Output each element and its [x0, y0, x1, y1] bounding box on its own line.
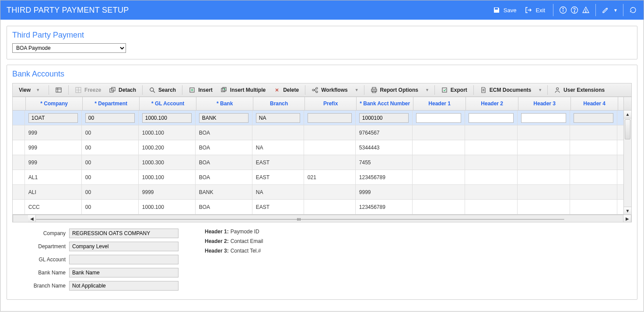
cell-h4[interactable]	[570, 185, 617, 199]
col-h4-header[interactable]: Header 4	[571, 97, 618, 110]
cell-prefix[interactable]	[304, 185, 356, 199]
cell-bank[interactable]: BANK	[196, 185, 252, 199]
row-selector[interactable]	[13, 111, 25, 125]
freeze-button[interactable]: Freeze	[71, 85, 105, 95]
cell-department[interactable]: 00	[82, 200, 139, 214]
cell-company[interactable]: 999	[25, 140, 82, 155]
cell-h2[interactable]	[465, 185, 518, 199]
scroll-thumb[interactable]	[625, 119, 630, 139]
exit-button[interactable]: Exit	[522, 4, 548, 16]
alert-icon[interactable]	[581, 6, 590, 14]
delete-button[interactable]: Delete	[270, 85, 302, 95]
col-prefix-header[interactable]: Prefix	[305, 97, 357, 110]
info-icon[interactable]	[559, 6, 567, 14]
cell-input-h4[interactable]	[574, 113, 613, 123]
report-options-button[interactable]: Report Options	[367, 85, 422, 95]
cell-h4[interactable]	[570, 125, 617, 140]
cell-input-branch[interactable]	[256, 113, 300, 123]
cell-gl[interactable]: 1000.100	[139, 125, 196, 140]
cell-input-prefix[interactable]	[308, 113, 352, 123]
cell-department[interactable]: 00	[82, 155, 139, 170]
col-gl-header[interactable]: * GL Account	[140, 97, 196, 110]
cell-h2[interactable]	[465, 155, 518, 170]
cell-company[interactable]: 999	[25, 155, 82, 170]
col-h1-header[interactable]: Header 1	[413, 97, 466, 110]
scroll-down-arrow[interactable]: ▼	[624, 207, 631, 215]
scroll-right-arrow[interactable]: ▶	[623, 215, 631, 222]
scroll-up-arrow[interactable]: ▲	[624, 111, 631, 118]
row-selector[interactable]	[13, 125, 25, 140]
vertical-scrollbar[interactable]: ▲ ▼	[623, 111, 631, 215]
cell-h1[interactable]	[413, 185, 465, 199]
cell-input-bank[interactable]	[199, 113, 248, 123]
cell-branch[interactable]	[252, 125, 304, 140]
cell-input-acct[interactable]	[359, 113, 409, 123]
row-selector[interactable]	[13, 155, 25, 170]
search-button[interactable]: Search	[145, 85, 179, 95]
col-bank-header[interactable]: * Bank	[196, 97, 253, 110]
cell-input-company[interactable]	[28, 113, 78, 123]
cell-h1[interactable]	[413, 170, 465, 184]
col-h3-header[interactable]: Header 3	[518, 97, 571, 110]
table-row[interactable]: CCC001000.100BOAEAST123456789	[13, 200, 631, 215]
save-button[interactable]: Save	[490, 4, 519, 16]
cell-h2[interactable]	[465, 200, 518, 214]
cell-h3[interactable]	[518, 125, 570, 140]
cell-prefix[interactable]	[304, 155, 356, 170]
cell-input-h2[interactable]	[469, 113, 514, 123]
cell-gl[interactable]: 1000.100	[139, 170, 196, 184]
cell-h3[interactable]	[518, 155, 570, 170]
cell-department[interactable]: 00	[82, 170, 139, 184]
chevron-down-icon[interactable]: ▼	[613, 8, 618, 13]
cell-branch[interactable]: EAST	[252, 200, 304, 214]
cell-department[interactable]: 00	[82, 125, 139, 140]
cell-gl[interactable]: 9999	[139, 185, 196, 199]
cell-h3[interactable]	[518, 170, 570, 184]
cell-h3[interactable]	[518, 200, 570, 214]
cell-h2[interactable]	[465, 170, 518, 184]
cell-gl[interactable]: 1000.100	[139, 200, 196, 214]
table-row[interactable]: ALI009999BANKNA9999	[13, 185, 631, 200]
col-company-header[interactable]: * Company	[26, 97, 83, 110]
cell-input-h1[interactable]	[416, 113, 461, 123]
cell-gl[interactable]: 1000.200	[139, 140, 196, 155]
cell-acct[interactable]: 123456789	[356, 200, 413, 214]
cell-h2[interactable]	[465, 140, 518, 155]
cell-branch[interactable]: EAST	[252, 170, 304, 184]
cell-acct[interactable]: 5344443	[356, 140, 413, 155]
row-selector[interactable]	[13, 170, 25, 184]
cell-prefix[interactable]	[304, 125, 356, 140]
horizontal-scrollbar[interactable]: ◀ ▶	[13, 215, 631, 222]
chevron-down-icon[interactable]: ▼	[536, 88, 545, 92]
cell-company[interactable]: AL1	[25, 170, 82, 184]
refresh-icon[interactable]	[629, 6, 637, 14]
ecm-button[interactable]: ECM Documents	[476, 85, 535, 95]
cell-h3[interactable]	[518, 140, 570, 155]
cell-department[interactable]: 00	[82, 185, 139, 199]
help-icon[interactable]	[570, 6, 579, 14]
cell-h1[interactable]	[413, 125, 465, 140]
cell-h4[interactable]	[570, 140, 617, 155]
row-selector[interactable]	[13, 140, 25, 155]
cell-acct[interactable]: 7455	[356, 155, 413, 170]
cell-branch[interactable]: NA	[252, 140, 304, 155]
cell-company[interactable]: ALI	[25, 185, 82, 199]
detach-button[interactable]: Detach	[105, 85, 140, 95]
cell-company[interactable]: CCC	[25, 200, 82, 214]
insert-button[interactable]: Insert	[185, 85, 216, 95]
cell-branch[interactable]: NA	[252, 185, 304, 199]
cell-h4[interactable]	[570, 200, 617, 214]
chevron-down-icon[interactable]: ▼	[352, 88, 361, 92]
table-row[interactable]: 999001000.100BOA9764567	[13, 125, 631, 140]
cell-gl[interactable]: 1000.300	[139, 155, 196, 170]
cell-company[interactable]: 999	[25, 125, 82, 140]
table-row-selected[interactable]	[13, 111, 631, 125]
cell-prefix[interactable]	[304, 140, 356, 155]
cell-prefix[interactable]: 021	[304, 170, 356, 184]
cell-department[interactable]: 00	[82, 140, 139, 155]
cell-prefix[interactable]	[304, 200, 356, 214]
cell-bank[interactable]: BOA	[196, 140, 252, 155]
cell-acct[interactable]: 9764567	[356, 125, 413, 140]
cell-acct[interactable]: 9999	[356, 185, 413, 199]
workflows-button[interactable]: Workflows	[308, 85, 351, 95]
